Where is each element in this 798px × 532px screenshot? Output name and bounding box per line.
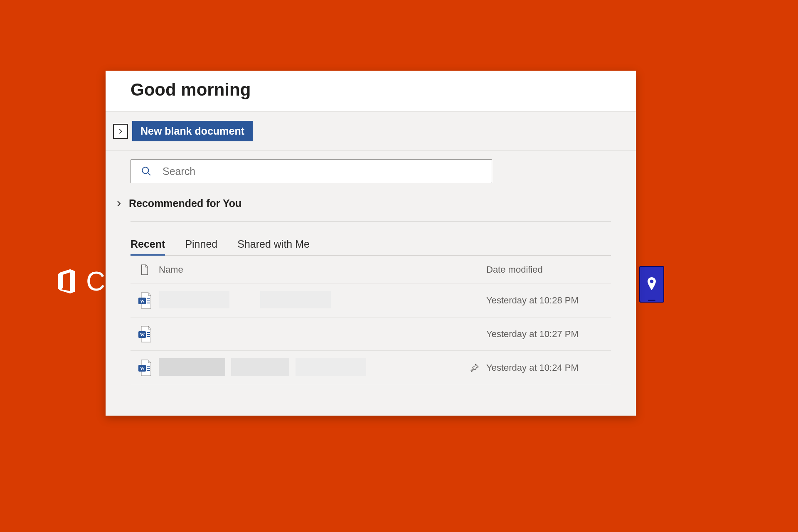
document-date: Yesterday at 10:28 PM xyxy=(486,295,611,306)
recommended-label: Recommended for You xyxy=(129,197,241,209)
tab-recent[interactable]: Recent xyxy=(131,238,165,255)
pin-icon xyxy=(470,363,480,373)
mobile-device-icon xyxy=(639,266,664,303)
recommended-section-toggle[interactable]: Recommended for You xyxy=(131,197,611,222)
tab-pinned[interactable]: Pinned xyxy=(185,238,217,255)
tab-shared[interactable]: Shared with Me xyxy=(237,238,310,255)
date-column-header[interactable]: Date modified xyxy=(486,264,611,275)
document-row[interactable]: W Yesterday at 10:27 PM xyxy=(131,318,611,351)
start-screen-card: Good morning New blank document Recommen… xyxy=(106,71,636,416)
svg-point-0 xyxy=(650,280,654,283)
search-box[interactable] xyxy=(131,159,492,183)
svg-text:W: W xyxy=(140,332,145,337)
document-date: Yesterday at 10:27 PM xyxy=(486,329,611,340)
chevron-right-icon xyxy=(116,200,122,207)
content-area: Recommended for You Recent Pinned Shared… xyxy=(106,151,636,385)
word-document-icon: W xyxy=(131,359,159,377)
svg-line-2 xyxy=(148,172,150,175)
greeting-text: Good morning xyxy=(131,80,611,100)
document-name-redacted xyxy=(159,291,463,310)
document-row[interactable]: W Yesterday at 10:24 PM xyxy=(131,351,611,385)
search-icon xyxy=(141,166,152,177)
pin-button[interactable] xyxy=(463,363,486,373)
new-blank-document-button[interactable]: New blank document xyxy=(132,121,253,141)
svg-text:W: W xyxy=(140,366,145,371)
document-date: Yesterday at 10:24 PM xyxy=(486,362,611,373)
svg-text:W: W xyxy=(140,298,145,303)
office-logo-text: C xyxy=(86,266,105,297)
word-document-icon: W xyxy=(131,292,159,309)
document-name-redacted xyxy=(159,358,463,377)
new-document-row: New blank document xyxy=(106,112,636,151)
chevron-right-icon xyxy=(118,128,123,134)
document-list-header: Name Date modified xyxy=(131,256,611,283)
svg-point-1 xyxy=(142,167,148,173)
office-icon xyxy=(52,267,81,296)
office-logo: C xyxy=(52,266,105,297)
document-row[interactable]: W Yesterday at 10:28 PM xyxy=(131,283,611,318)
card-header: Good morning xyxy=(106,71,636,112)
name-column-header[interactable]: Name xyxy=(159,264,463,275)
search-input[interactable] xyxy=(163,165,482,177)
expand-templates-button[interactable] xyxy=(113,124,128,139)
document-tabs: Recent Pinned Shared with Me xyxy=(131,238,611,256)
word-document-icon: W xyxy=(131,325,159,343)
file-type-column-icon xyxy=(131,264,159,276)
